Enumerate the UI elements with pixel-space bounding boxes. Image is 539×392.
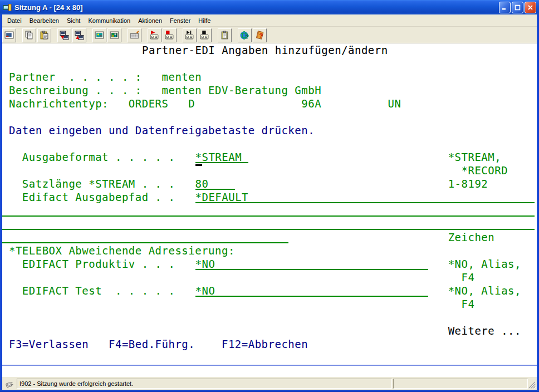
hint-ausgabeformat-2: *RECORD [462,165,508,177]
keyboard-setup-icon [130,31,139,40]
terminal-screen[interactable]: Partner-EDI Angaben hinzufügen/ändernPar… [2,43,537,376]
oia-separator-line [2,365,537,366]
menu-item-kommunikation[interactable]: Kommunikation [84,16,134,26]
session-window: Sitzung A - [24 x 80] DateiBearbeitenSic… [0,0,539,392]
receive-file-button[interactable] [72,28,86,42]
hint-ausgabeformat-1: *STREAM, [448,151,502,164]
screen-title: Partner-EDI Angaben hinzufügen/ändern [142,45,388,57]
record-macro-stop-icon [165,31,174,40]
menu-item-fenster[interactable]: Fenster [166,16,194,26]
field-ausgabepfad-cont-1[interactable] [2,205,535,217]
more-indicator: Weitere ... [448,325,521,337]
menu-bar: DateiBearbeitenSichtKommunikationAktione… [0,14,539,27]
hint-zeichen: Zeichen [448,232,495,244]
label-ausgabepfad: Edifact Ausgabepfad . . [22,192,175,204]
play-macro-button[interactable] [183,28,197,42]
clipboard-icon [220,31,229,40]
window-title: Sitzung A - [24 x 80] [14,3,498,12]
screen-settings-button[interactable] [2,28,16,42]
color-mapping-icon [110,31,119,40]
keyboard-setup-button[interactable] [128,28,141,42]
menu-item-datei[interactable]: Datei [3,16,26,26]
instruction-line: Daten eingeben und Datenfreigabetaste dr… [9,125,315,137]
resize-grip[interactable] [528,379,536,389]
paste-icon [40,31,49,40]
menu-item-bearbeiten[interactable]: Bearbeiten [26,16,63,26]
status-bar: I902 - Sitzung wurde erfolgreich gestart… [2,376,537,390]
stop-macro-button[interactable] [198,28,212,42]
maximize-icon [514,4,521,11]
screen-settings-icon [4,31,14,40]
paste-button[interactable] [37,28,51,42]
hint-produktiv-1: *NO, Alias, [448,258,521,271]
hint-test-2: F4 [462,298,475,311]
title-bar[interactable]: Sitzung A - [24 x 80] [0,0,539,14]
field-ausgabepfad-cont-3[interactable] [2,232,288,243]
display-setup-icon [95,31,104,40]
window-border-right [537,14,539,392]
menu-item-hilfe[interactable]: Hilfe [194,16,214,26]
menu-item-aktionen[interactable]: Aktionen [134,16,166,26]
field-ausgabepfad[interactable]: *DEFAULT [195,192,535,203]
close-button[interactable] [525,2,536,13]
function-keys-line: F3=Verlassen F4=Bed.Führg. F12=Abbrechen [9,339,308,351]
help-button[interactable]: ? [253,28,267,42]
text-cursor [195,164,202,166]
svg-text:?: ? [259,32,262,38]
nachrichtentyp-line: Nachrichtentyp: ORDERS D 96A UN [9,98,401,110]
menu-item-sicht[interactable]: Sicht [63,16,84,26]
copy-button[interactable] [22,28,36,42]
session-icon [3,3,12,12]
copy-icon [24,31,34,40]
color-mapping-button[interactable] [107,28,121,42]
close-icon [527,4,533,11]
minimize-icon [502,4,508,11]
connection-icon [4,379,16,389]
help-index-icon: ? [240,31,249,40]
hint-test-1: *NO, Alias, [448,285,521,297]
maximize-button[interactable] [512,2,523,13]
field-edifact-produktiv[interactable]: *NO [195,258,428,270]
send-file-button[interactable] [57,28,71,42]
status-pane-secondary [393,379,528,389]
window-border-bottom [0,390,539,392]
status-message: I902 - Sitzung wurde erfolgreich gestart… [17,379,392,389]
field-ausgabeformat[interactable]: *STREAM [195,151,249,163]
label-satzlaenge: Satzlänge *STREAM . . . [22,178,175,190]
receive-file-icon [75,31,84,40]
play-macro-icon [185,31,194,40]
record-macro-start-icon [150,31,159,40]
field-ausgabepfad-cont-2[interactable] [2,218,535,230]
hint-produktiv-2: F4 [462,272,475,284]
clipboard-button[interactable] [218,28,232,42]
help-index-button[interactable]: ? [238,28,252,42]
minimize-button[interactable] [499,2,511,13]
stop-macro-icon [200,31,209,40]
send-file-icon [60,31,69,40]
hint-satzlaenge: 1-8192 [448,178,488,190]
beschreibung-line: Beschreibung . . . : menten EDV-Beratung… [9,85,321,97]
toolbar: ?? [0,27,539,43]
partner-line: Partner . . . . . : menten [9,71,202,84]
record-macro-stop-button[interactable] [163,28,177,42]
help-icon: ? [255,31,264,40]
label-ausgabeformat: Ausgabeformat . . . . . [22,151,175,164]
telebox-heading: *TELEBOX Abweichende Adressierung: [9,245,235,257]
display-setup-button[interactable] [92,28,106,42]
record-macro-start-button[interactable] [148,28,161,42]
window-border-left [0,14,2,392]
svg-text:?: ? [246,33,249,40]
field-edifact-test[interactable]: *NO [195,285,428,297]
label-edifact-produktiv: EDIFACT Produktiv . . . [22,258,175,271]
field-satzlaenge[interactable]: 80 [195,178,236,190]
label-edifact-test: EDIFACT Test . . . . . [22,285,175,297]
